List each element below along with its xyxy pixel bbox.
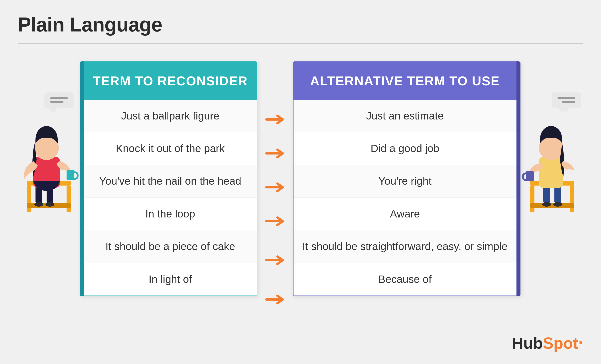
svg-rect-14 [562,101,575,103]
right-speech-bubble [552,92,581,108]
svg-rect-19 [543,186,550,203]
left-row-4: In the loop [84,198,257,230]
svg-rect-1 [50,101,63,103]
svg-rect-18 [530,203,574,208]
right-table: ALTERNATIVE TERM TO USE Just an estimate… [293,61,521,296]
left-row-5: It should be a piece of cake [84,230,257,263]
svg-rect-23 [539,157,563,188]
svg-point-9 [45,202,54,207]
right-table-body: Just an estimate Did a good job You're r… [293,100,516,295]
right-row-2: Did a good job [293,132,516,165]
right-row-5: It should be straightforward, easy, or s… [293,230,516,263]
right-table-accent [516,61,521,296]
page: Plain Language [0,0,601,364]
left-row-2: Knock it out of the park [84,132,257,165]
left-person-svg [18,106,80,216]
svg-rect-25 [526,171,534,181]
left-row-1: Just a ballpark figure [84,100,257,132]
right-row-4: Aware [293,198,516,230]
left-table-body: Just a ballpark figure Knock it out of t… [84,100,257,295]
svg-rect-13 [558,97,575,99]
svg-rect-3 [27,186,31,212]
svg-point-21 [542,202,551,207]
right-row-6: Because of [293,263,516,295]
svg-point-22 [553,202,562,207]
left-table: TERM TO RECONSIDER Just a ballpark figur… [80,61,257,296]
arrow-1 [257,102,293,136]
right-person-svg [521,106,583,216]
arrow-5 [257,238,293,282]
right-row-3: You're right [293,165,516,197]
svg-point-8 [34,202,43,207]
main-content: TERM TO RECONSIDER Just a ballpark figur… [18,61,583,316]
arrow-4 [257,204,293,238]
svg-rect-4 [67,186,71,212]
svg-rect-16 [530,186,534,212]
hubspot-logo: HubSpot· [512,333,583,353]
svg-rect-17 [570,186,574,212]
arrow-2 [257,136,293,170]
left-table-accent [80,61,84,296]
arrow-3 [257,170,293,204]
right-table-header: ALTERNATIVE TERM TO USE [293,62,516,100]
right-row-1: Just an estimate [293,100,516,132]
title-divider [18,43,583,44]
svg-rect-20 [554,186,561,203]
hubspot-hub: Hub [512,334,543,352]
left-person-illustration [18,106,80,217]
hubspot-dot: · [578,333,583,353]
arrows-column [257,61,293,316]
hubspot-spot: Spot [543,334,578,352]
right-person-illustration [521,106,583,217]
svg-rect-0 [50,97,68,99]
left-row-6: In light of [84,263,257,295]
arrow-6 [257,282,293,316]
left-table-header: TERM TO RECONSIDER [84,62,257,100]
left-row-3: You've hit the nail on the head [84,165,257,197]
left-speech-bubble [44,92,74,108]
tables-wrapper: TERM TO RECONSIDER Just a ballpark figur… [80,61,521,316]
svg-rect-12 [67,170,74,180]
page-title: Plain Language [18,13,583,36]
